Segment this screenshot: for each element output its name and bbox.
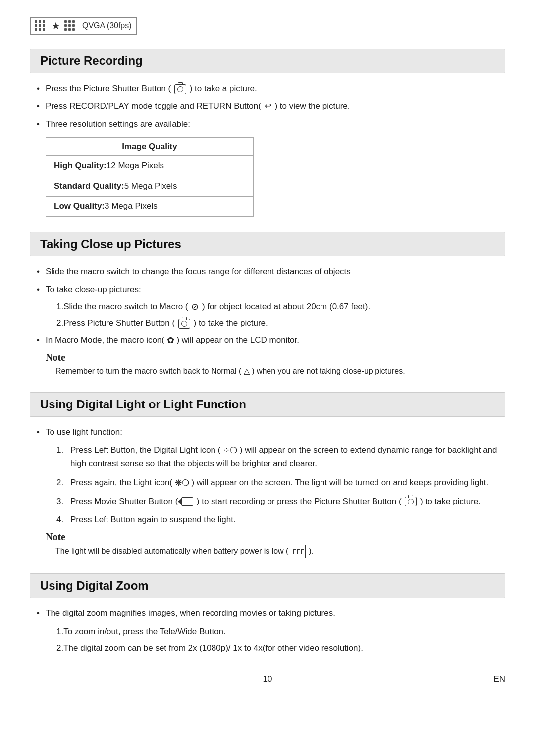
star-icon: ★ [52,20,60,32]
table-cell: Standard Quality:5 Mega Pixels [46,176,254,197]
closeup-bullets: Slide the macro switch to change the foc… [35,265,500,296]
note-text: Remember to turn the macro switch back t… [55,365,500,377]
list-item: Press the Picture Shutter Button ( ) to … [35,82,500,95]
step-text: Press Left Button again to suspend the l… [70,513,236,526]
digital-zoom-header: Using Digital Zoom [30,573,505,598]
dots-grid-icon [35,20,46,31]
digital-zoom-bullets: The digital zoom magnifies images, when … [35,607,500,620]
movie-icon [181,497,193,506]
list-item: Three resolution settings are available: [35,118,500,131]
list-item: 2.Press Picture Shutter Button ( ) to ta… [56,317,500,330]
note-text2: The light will be disabled automatically… [55,545,500,558]
list-item: 3. Press Movie Shutter Button ( ) to sta… [56,495,500,508]
list-item: To use light function: [35,426,500,439]
picture-recording-bullets: Press the Picture Shutter Button ( ) to … [35,82,500,130]
return-icon: ↩ [265,100,271,113]
table-row: High Quality:12 Mega Pixels [46,156,254,176]
macro-icon: ⊘ [191,301,199,314]
list-item: The digital zoom magnifies images, when … [35,607,500,620]
digital-light-content: To use light function: 1. Press Left But… [30,426,505,558]
image-quality-table: Image Quality High Quality:12 Mega Pixel… [46,137,254,217]
top-icon-label: QVGA (30fps) [82,21,132,30]
digital-light-note: Note The light will be disabled automati… [46,531,500,558]
list-item: Slide the macro switch to change the foc… [35,265,500,278]
digital-light-steps: 1. Press Left Button, the Digital Light … [56,443,500,526]
step-text: Press Movie Shutter Button ( ) to start … [70,495,481,508]
note-title: Note [46,352,500,363]
camera-icon2 [178,319,190,329]
page-footer: 10 EN [30,674,505,684]
numbered-steps-closeup: 1.Slide the macro switch to Macro ( ⊘ ) … [56,301,500,330]
note-title2: Note [46,531,500,543]
list-item: 1. Press Left Button, the Digital Light … [56,443,500,470]
table-row: Low Quality:3 Mega Pixels [46,197,254,217]
step-text: Press again, the Light icon( ❋❍ ) will a… [70,476,488,490]
step-num: 1. [56,443,66,470]
closeup-bullet3: In Macro Mode, the macro icon( ✿ ) will … [35,334,500,347]
battery-icon [292,545,306,558]
table-row: Standard Quality:5 Mega Pixels [46,176,254,197]
step-text: Press Left Button, the Digital Light ico… [70,443,500,470]
digital-light-intro: To use light function: [35,426,500,439]
taking-closeup-header: Taking Close up Pictures [30,232,505,256]
table-header: Image Quality [46,138,254,156]
digital-zoom-content: The digital zoom magnifies images, when … [30,607,505,655]
taking-closeup-content: Slide the macro switch to change the foc… [30,265,505,377]
step-num: 3. [56,495,66,508]
step-num: 2. [56,476,66,490]
dlight1-icon: ⁘❍ [223,446,237,455]
dots-grid-icon2 [64,20,75,31]
digital-light-title: Using Digital Light or Light Function [40,398,495,411]
closeup-note: Note Remember to turn the macro switch b… [46,352,500,377]
top-icon-box: ★ QVGA (30fps) [30,17,137,35]
picture-recording-header: Picture Recording [30,49,505,73]
table-cell: Low Quality:3 Mega Pixels [46,197,254,217]
digital-zoom-numbered: 1.To zoom in/out, press the Tele/Wide Bu… [56,625,500,655]
list-item: In Macro Mode, the macro icon( ✿ ) will … [35,334,500,347]
dlight2-icon: ❋❍ [175,478,189,488]
digital-light-header: Using Digital Light or Light Function [30,392,505,417]
macro-flower-icon: ✿ [167,335,174,345]
picture-recording-content: Press the Picture Shutter Button ( ) to … [30,82,505,217]
table-cell: High Quality:12 Mega Pixels [46,156,254,176]
page-lang: EN [493,674,505,684]
page-number: 10 [30,674,505,684]
step-num: 4. [56,513,66,526]
list-item: Press RECORD/PLAY mode toggle and RETURN… [35,100,500,113]
list-item: 1.To zoom in/out, press the Tele/Wide Bu… [56,625,500,638]
picture-recording-title: Picture Recording [40,54,495,68]
digital-zoom-title: Using Digital Zoom [40,579,495,593]
list-item: 4. Press Left Button again to suspend th… [56,513,500,526]
camera-icon3 [405,497,417,506]
list-item: 2.The digital zoom can be set from 2x (1… [56,641,500,655]
camera-icon [174,84,186,94]
list-item: To take close-up pictures: [35,283,500,296]
taking-closeup-title: Taking Close up Pictures [40,237,495,251]
list-item: 1.Slide the macro switch to Macro ( ⊘ ) … [56,301,500,314]
list-item: 2. Press again, the Light icon( ❋❍ ) wil… [56,476,500,490]
